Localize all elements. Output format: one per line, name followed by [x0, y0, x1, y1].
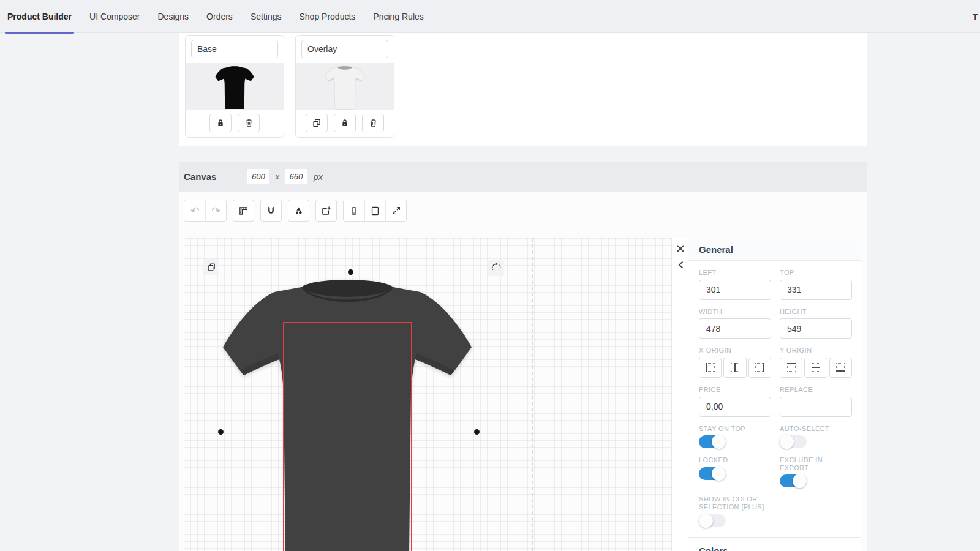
show-in-color-selection-toggle[interactable] [699, 514, 726, 527]
panel-main: General LEFT TOP WIDTH HEIGHT [688, 238, 861, 551]
left-label: LEFT [699, 269, 771, 277]
tab-ui-composer[interactable]: UI Composer [89, 0, 140, 33]
origin-right-icon [755, 363, 764, 372]
overlay-lock-button[interactable] [334, 114, 356, 132]
tab-product-builder[interactable]: Product Builder [7, 0, 72, 33]
auto-select-toggle[interactable] [780, 435, 807, 448]
magnet-button[interactable] [260, 200, 282, 222]
show-in-color-selection-label: SHOW IN COLOR SELECTION [PLUS] [699, 495, 771, 511]
overlay-layer-actions [296, 114, 394, 132]
x-origin-left-button[interactable] [699, 358, 722, 378]
replace-field: REPLACE [780, 386, 852, 417]
origin-left-icon [706, 363, 715, 372]
canvas-height-input[interactable] [285, 169, 307, 184]
base-lock-button[interactable] [209, 114, 232, 132]
price-field: PRICE [699, 386, 771, 417]
y-origin-middle-button[interactable] [804, 358, 827, 378]
locked-label: LOCKED [699, 456, 771, 464]
tab-settings[interactable]: Settings [251, 0, 282, 33]
print-area-rect[interactable] [283, 322, 412, 551]
copy-icon [207, 263, 216, 272]
left-field: LEFT [699, 269, 771, 300]
height-input[interactable] [780, 318, 852, 339]
canvas-width-input[interactable] [247, 169, 270, 184]
width-input[interactable] [699, 318, 771, 339]
export-icon [321, 206, 331, 216]
left-input[interactable] [699, 280, 771, 300]
origin-middle-icon [812, 363, 820, 372]
overlay-layer-name-input[interactable] [301, 40, 388, 58]
canvas-section-body: ↶ ↷ [179, 192, 867, 551]
locked-field: LOCKED [699, 456, 771, 487]
y-origin-top-button[interactable] [780, 358, 802, 378]
panel-rail [672, 238, 688, 551]
tab-shop-products[interactable]: Shop Products [299, 0, 355, 33]
canvas-section-header: Canvas x px [179, 162, 867, 192]
magnet-icon [266, 206, 276, 216]
canvas-edge-guide [532, 238, 533, 551]
base-delete-button[interactable] [238, 114, 260, 132]
general-section-header[interactable]: General [688, 238, 861, 261]
trash-icon [244, 118, 254, 128]
design-canvas[interactable] [184, 238, 671, 551]
close-panel-button[interactable] [674, 242, 687, 255]
overlay-layer-thumbnail[interactable] [296, 63, 394, 110]
exclude-in-export-toggle[interactable] [780, 474, 807, 487]
stay-on-top-field: STAY ON TOP [699, 425, 771, 449]
overlay-delete-button[interactable] [362, 114, 384, 132]
preview-device-group [343, 200, 407, 222]
phone-preview-button[interactable] [344, 200, 364, 221]
selection-handle-top[interactable] [348, 269, 353, 275]
layer-card-overlay [295, 35, 394, 138]
replace-input[interactable] [780, 397, 852, 417]
tab-designs[interactable]: Designs [157, 0, 189, 33]
rotate-handle-button[interactable] [488, 260, 504, 276]
undo-button[interactable]: ↶ [184, 200, 205, 221]
width-field: WIDTH [699, 308, 771, 339]
height-label: HEIGHT [780, 308, 852, 316]
rotate-icon [491, 263, 502, 273]
tab-pricing-rules[interactable]: Pricing Rules [373, 0, 423, 33]
x-origin-group [699, 358, 771, 378]
redo-button[interactable]: ↷ [205, 200, 226, 221]
tablet-preview-button[interactable] [364, 200, 385, 221]
redo-icon: ↷ [211, 206, 220, 216]
locked-toggle[interactable] [699, 467, 726, 480]
top-input[interactable] [780, 280, 852, 300]
trash-icon [369, 118, 378, 128]
colors-section-header[interactable]: Colors [688, 537, 861, 551]
top-field: TOP [780, 269, 852, 300]
selection-handle-left[interactable] [218, 429, 224, 435]
properties-panel: General LEFT TOP WIDTH HEIGHT [671, 238, 861, 551]
replace-label: REPLACE [780, 386, 852, 394]
fullscreen-button[interactable] [385, 200, 406, 221]
price-input[interactable] [699, 397, 771, 417]
y-origin-bottom-button[interactable] [829, 358, 852, 378]
x-origin-field: X-ORIGIN [699, 347, 771, 378]
stay-on-top-toggle[interactable] [699, 435, 726, 448]
selection-handle-right[interactable] [474, 429, 480, 435]
exclude-in-export-label: EXCLUDE IN EXPORT [780, 456, 852, 471]
tab-orders[interactable]: Orders [206, 0, 233, 33]
overlay-duplicate-button[interactable] [306, 114, 328, 132]
close-icon [676, 244, 685, 253]
layer-card-base [185, 35, 284, 138]
lock-icon [216, 118, 225, 128]
base-layer-name-input[interactable] [191, 40, 278, 58]
tshirt-white-thumb [323, 65, 366, 109]
stay-on-top-label: STAY ON TOP [699, 425, 771, 433]
base-layer-thumbnail[interactable] [186, 63, 284, 110]
copy-layer-button[interactable] [203, 259, 219, 275]
shapes-button[interactable] [288, 200, 309, 222]
width-label: WIDTH [699, 308, 771, 316]
phone-icon [349, 206, 359, 216]
canvas-title: Canvas [184, 171, 216, 182]
export-canvas-button[interactable] [315, 200, 337, 222]
ruler-button[interactable] [233, 200, 254, 222]
x-origin-right-button[interactable] [748, 358, 771, 378]
undo-icon: ↶ [190, 206, 199, 216]
collapse-panel-button[interactable] [674, 258, 687, 271]
truncated-nav-text: T [973, 0, 978, 33]
y-origin-label: Y-ORIGIN [780, 347, 852, 354]
x-origin-center-button[interactable] [723, 358, 746, 378]
